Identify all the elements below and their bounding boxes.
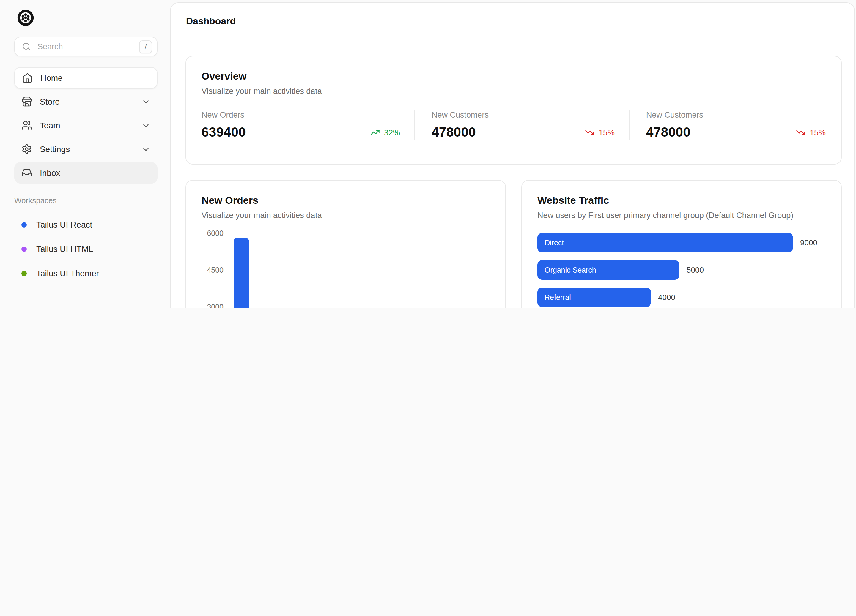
overview-metrics: New Orders 639400 32%New Customers 47800… bbox=[202, 111, 826, 140]
metric-new-customers: New Customers 478000 15% bbox=[414, 111, 629, 140]
trending-down-icon bbox=[796, 128, 805, 137]
store-icon bbox=[22, 96, 32, 107]
metric-new-orders: New Orders 639400 32% bbox=[202, 111, 414, 140]
home-icon bbox=[22, 72, 33, 83]
chevron-down-icon bbox=[142, 121, 150, 130]
y-axis-tick: 6000 bbox=[201, 229, 223, 238]
metric-trend: 15% bbox=[796, 128, 826, 137]
workspace-item[interactable]: Tailus UI Themer bbox=[14, 263, 157, 284]
workspaces-heading: Workspaces bbox=[14, 196, 157, 205]
traffic-bar-value: 9000 bbox=[800, 238, 818, 247]
chevron-down-icon bbox=[142, 97, 150, 106]
traffic-row: Referral4000 bbox=[537, 287, 826, 307]
sidebar-item-store[interactable]: Store bbox=[14, 91, 157, 112]
new-orders-chart-title: New Orders bbox=[202, 195, 490, 207]
search-icon bbox=[22, 42, 31, 51]
new-orders-chart-subtitle: Visualize your main activities data bbox=[202, 211, 490, 220]
y-axis-tick: 3000 bbox=[201, 303, 223, 308]
website-traffic-title: Website Traffic bbox=[537, 195, 826, 207]
traffic-bar-direct: Direct bbox=[537, 233, 793, 252]
website-traffic-card: Website Traffic New users by First user … bbox=[521, 180, 842, 308]
inbox-icon bbox=[22, 167, 32, 178]
sidebar-item-settings[interactable]: Settings bbox=[14, 138, 157, 160]
traffic-bar-value: 4000 bbox=[658, 293, 675, 302]
sidebar: / HomeStoreTeamSettingsInbox Workspaces … bbox=[0, 0, 170, 308]
bar-jan bbox=[234, 238, 249, 308]
traffic-bar-label: Direct bbox=[545, 238, 564, 247]
traffic-row: Organic Search5000 bbox=[537, 260, 826, 280]
workspace-label: Tailus UI React bbox=[36, 220, 92, 229]
app-logo-icon[interactable] bbox=[17, 9, 34, 27]
website-traffic-subtitle: New users by First user primary channel … bbox=[537, 211, 826, 220]
sidebar-item-label: Inbox bbox=[40, 168, 150, 178]
search-input[interactable] bbox=[36, 41, 139, 52]
search-bar: / bbox=[14, 37, 157, 57]
metric-trend: 32% bbox=[370, 128, 400, 137]
metric-label: New Customers bbox=[646, 111, 826, 120]
traffic-bar-referral: Referral bbox=[537, 287, 651, 307]
metric-label: New Customers bbox=[431, 111, 615, 120]
top-bar: Dashboard bbox=[171, 3, 854, 40]
gridline bbox=[228, 233, 490, 233]
metric-value: 639400 bbox=[202, 125, 246, 140]
metric-trend-value: 15% bbox=[810, 128, 826, 137]
workspace-color-dot bbox=[22, 246, 27, 252]
workspace-label: Tailus UI HTML bbox=[36, 244, 93, 253]
metric-value: 478000 bbox=[646, 125, 690, 140]
workspace-item[interactable]: Tailus UI React bbox=[14, 214, 157, 235]
workspace-item[interactable]: Tailus UI HTML bbox=[14, 238, 157, 260]
team-icon bbox=[22, 120, 32, 131]
chevron-down-icon bbox=[142, 144, 150, 154]
app: / HomeStoreTeamSettingsInbox Workspaces … bbox=[0, 0, 856, 308]
new-orders-chart-card: New Orders Visualize your main activitie… bbox=[185, 180, 506, 308]
metric-trend: 15% bbox=[585, 128, 615, 137]
traffic-bar-chart: Direct9000Organic Search5000Referral4000… bbox=[537, 233, 826, 308]
workspace-label: Tailus UI Themer bbox=[36, 269, 99, 278]
settings-icon bbox=[22, 144, 32, 154]
sidebar-item-team[interactable]: Team bbox=[14, 115, 157, 136]
sidebar-item-label: Store bbox=[40, 97, 142, 106]
sidebar-nav: HomeStoreTeamSettingsInbox bbox=[14, 67, 157, 184]
traffic-bar-organic-search: Organic Search bbox=[537, 260, 679, 280]
page-title: Dashboard bbox=[186, 16, 236, 27]
overview-subtitle: Visualize your main activities data bbox=[202, 87, 826, 96]
traffic-bar-label: Referral bbox=[545, 293, 571, 301]
trending-up-icon bbox=[370, 128, 380, 137]
metric-new-customers: New Customers 478000 15% bbox=[629, 111, 826, 140]
metric-value: 478000 bbox=[431, 125, 476, 140]
metric-trend-value: 32% bbox=[384, 128, 400, 137]
bar-chart: 01500300045006000 JanFebMarAprMayJunJulA… bbox=[202, 234, 490, 308]
trending-down-icon bbox=[585, 128, 594, 137]
overview-card: Overview Visualize your main activities … bbox=[185, 56, 842, 164]
sidebar-item-inbox[interactable]: Inbox bbox=[14, 162, 157, 184]
workspaces-list: Tailus UI ReactTailus UI HTMLTailus UI T… bbox=[14, 214, 157, 284]
main-panel: Dashboard Overview Visualize your main a… bbox=[170, 2, 855, 308]
overview-title: Overview bbox=[202, 71, 826, 83]
dashboard-content: Overview Visualize your main activities … bbox=[171, 40, 854, 308]
sidebar-item-home[interactable]: Home bbox=[14, 67, 157, 89]
traffic-bar-value: 5000 bbox=[687, 266, 704, 275]
metric-trend-value: 15% bbox=[599, 128, 615, 137]
sidebar-item-label: Settings bbox=[40, 144, 142, 154]
sidebar-item-label: Home bbox=[40, 73, 150, 83]
sidebar-item-label: Team bbox=[40, 121, 142, 130]
workspace-color-dot bbox=[22, 222, 27, 227]
metric-label: New Orders bbox=[202, 111, 400, 120]
traffic-row: Direct9000 bbox=[537, 233, 826, 252]
workspace-color-dot bbox=[22, 270, 27, 276]
y-axis-tick: 4500 bbox=[201, 266, 223, 275]
traffic-bar-label: Organic Search bbox=[545, 266, 596, 274]
search-shortcut-key: / bbox=[139, 40, 152, 53]
